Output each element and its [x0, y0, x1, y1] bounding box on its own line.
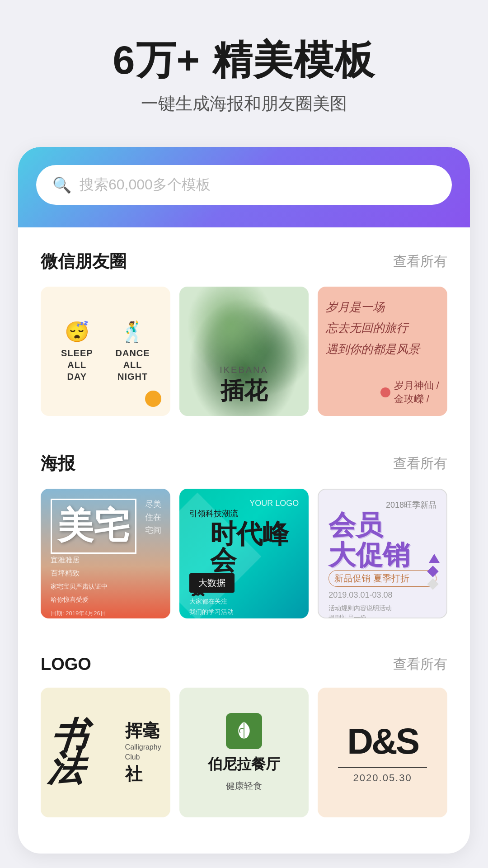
hero-title: 6万+ 精美模板 — [27, 36, 461, 84]
decor-triangle — [429, 554, 440, 563]
poster-header: 海报 查看所有 — [41, 452, 447, 475]
poster1-desc: 宜雅雅居百坪精致 家宅宝贝严肃认证中哈你惊喜受爱 — [51, 554, 160, 606]
poster2-top: 引领科技潮流 — [189, 508, 299, 519]
poster2-yourlogo: YOUR LOGO — [189, 499, 299, 508]
logo2-sub: 健康轻食 — [226, 780, 262, 792]
poster3-title: 会员大促销 — [328, 510, 436, 570]
poster2-main: 时代峰会 — [210, 521, 299, 573]
logo-grid: 书法 挥毫 CalligraphyClub 社 — [41, 688, 447, 817]
logo-header: LOGO 查看所有 — [41, 655, 447, 674]
search-bar[interactable]: 🔍 搜索60,000多个模板 — [36, 165, 452, 205]
wechat-card-sleep-dance[interactable]: 😴 SLEEPALLDAY 🕺 DANCEALLNIGHT — [41, 287, 170, 416]
poster3-date1: 2019.03.01-03.08 — [328, 590, 436, 600]
pink-footer-text: 岁月神仙 /金玫嶸 / — [394, 379, 439, 406]
logo3-date: 2020.05.30 — [353, 772, 412, 784]
poster1-main: 美宅 — [51, 499, 136, 554]
hero-section: 6万+ 精美模板 一键生成海报和朋友圈美图 — [0, 0, 488, 133]
wechat-title: 微信朋友圈 — [41, 250, 127, 273]
logo3-main: D&S — [347, 721, 418, 762]
pink-poem: 岁月是一场 忘去无回的旅行 遇到你的都是风景 — [326, 297, 439, 360]
poster-section: 海报 查看所有 美宅 尽美住在宅间 宜雅雅居百坪精致 家宅宝贝严肃认证中哈你惊喜… — [18, 429, 470, 632]
poster3-decorators — [429, 554, 440, 588]
sleep-text: SLEEPALLDAY — [61, 347, 93, 382]
poster3-info: 活动规则内容说明活动规则礼品一份 — [328, 604, 436, 618]
poster-title: 海报 — [41, 452, 75, 475]
wechat-card-pink[interactable]: 岁月是一场 忘去无回的旅行 遇到你的都是风景 岁月神仙 /金玫嶸 / — [318, 287, 447, 416]
logo2-name: 伯尼拉餐厅 — [208, 755, 280, 774]
poster-card-huiyuan[interactable]: 2018旺季新品 会员大促销 新品促销 夏季打折 2019.03.01-03.0… — [318, 489, 447, 618]
poster1-side: 尽美住在宅间 — [145, 498, 161, 537]
decor-diamond2 — [427, 578, 438, 590]
logo1-en: CalligraphyClub — [125, 742, 161, 763]
wechat-card-ikebana[interactable]: IKEBANA 插花 — [179, 287, 309, 416]
logo-card-calligraphy[interactable]: 书法 挥毫 CalligraphyClub 社 — [41, 688, 170, 817]
poster2-desc: 大家都在关注我们的学习活动www.reallygoodsite.com — [189, 596, 299, 618]
poster-grid: 美宅 尽美住在宅间 宜雅雅居百坪精致 家宅宝贝严肃认证中哈你惊喜受爱 日期: 2… — [41, 489, 447, 618]
wechat-header: 微信朋友圈 查看所有 — [41, 250, 447, 273]
logo2-icon-wrap — [226, 713, 262, 749]
logo-title: LOGO — [41, 655, 91, 674]
ikebana-cn: 插花 — [220, 375, 268, 407]
dance-emoji: 🕺 — [120, 320, 145, 344]
search-placeholder: 搜索60,000多个模板 — [80, 175, 211, 195]
poster-card-shidai[interactable]: YOUR LOGO 引领科技潮流 大数据 时代峰会 大数据 大家都在关注我们的学… — [179, 489, 309, 618]
poster3-tag: 2018旺季新品 — [328, 500, 436, 510]
logo-viewall[interactable]: 查看所有 — [393, 655, 447, 674]
logo1-she: 社 — [125, 763, 142, 786]
wechat-grid: 😴 SLEEPALLDAY 🕺 DANCEALLNIGHT IKEBANA 插花 — [41, 287, 447, 416]
logo3-divider — [338, 767, 427, 768]
poster-viewall[interactable]: 查看所有 — [393, 454, 447, 473]
pink-dot — [380, 387, 390, 397]
poster-card-meizhai[interactable]: 美宅 尽美住在宅间 宜雅雅居百坪精致 家宅宝贝严肃认证中哈你惊喜受爱 日期: 2… — [41, 489, 170, 618]
tag-circle — [145, 391, 161, 407]
poster1-date: 日期: 2019年4月26日 — [51, 609, 160, 618]
wechat-section: 微信朋友圈 查看所有 😴 SLEEPALLDAY 🕺 DANCEALLNIGHT — [18, 227, 470, 430]
wechat-viewall[interactable]: 查看所有 — [393, 252, 447, 271]
app-card: 🔍 搜索60,000多个模板 微信朋友圈 查看所有 😴 SLEEPALLDAY … — [18, 147, 470, 854]
decor-diamond — [427, 566, 438, 577]
logo-card-restaurant[interactable]: 伯尼拉餐厅 健康轻食 — [179, 688, 309, 817]
logo-section: LOGO 查看所有 书法 挥毫 CalligraphyClub 社 — [18, 632, 470, 831]
dance-text: DANCEALLNIGHT — [116, 347, 150, 382]
poster2-btn: 大数据 — [189, 573, 235, 593]
logo-card-ds[interactable]: D&S 2020.05.30 — [318, 688, 447, 817]
hero-subtitle: 一键生成海报和朋友圈美图 — [27, 92, 461, 115]
poster3-subtitle: 新品促销 夏季打折 — [328, 570, 436, 587]
poster1-url: www.yourlogo.com — [51, 618, 160, 618]
logo1-shufa: 书法 — [47, 720, 124, 785]
ikebana-en: IKEBANA — [220, 365, 268, 375]
logo1-huimao: 挥毫 — [125, 719, 160, 742]
search-icon: 🔍 — [52, 176, 71, 194]
logo2-leaf-icon — [233, 720, 255, 742]
sleep-emoji: 😴 — [65, 320, 89, 344]
app-header: 🔍 搜索60,000多个模板 — [18, 147, 470, 227]
